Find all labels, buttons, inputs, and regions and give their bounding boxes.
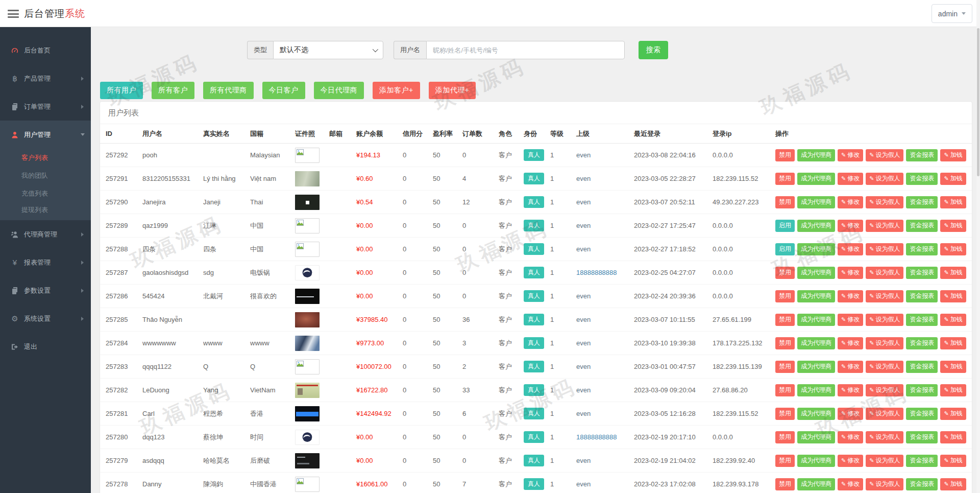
edit-button[interactable]: ✎修改: [838, 408, 863, 420]
add-money-button[interactable]: ✎加钱: [940, 149, 966, 161]
sidebar-item-products[interactable]: ฿ 产品管理: [0, 64, 91, 92]
funds-report-button[interactable]: 资金报表: [906, 431, 938, 443]
disable-button[interactable]: 禁用: [775, 314, 795, 326]
edit-button[interactable]: ✎修改: [838, 361, 863, 373]
become-agent-button[interactable]: 成为代理商: [797, 314, 835, 326]
edit-button[interactable]: ✎修改: [838, 267, 863, 279]
funds-report-button[interactable]: 资金报表: [906, 314, 938, 326]
add-money-button[interactable]: ✎加钱: [940, 408, 966, 420]
add-money-button[interactable]: ✎加钱: [940, 455, 966, 467]
set-fake-button[interactable]: ✎设为假人: [866, 431, 903, 443]
photo-id-card[interactable]: [295, 383, 320, 398]
sidebar-subitem-recharge-list[interactable]: 充值列表: [0, 184, 91, 202]
add-agent-button[interactable]: 添加代理+: [429, 82, 476, 99]
become-agent-button[interactable]: 成为代理商: [797, 408, 835, 420]
funds-report-button[interactable]: 资金报表: [906, 243, 938, 255]
cell-parent[interactable]: even: [576, 363, 634, 370]
sidebar-item-dashboard[interactable]: 后台首页: [0, 36, 91, 64]
cell-parent[interactable]: even: [576, 222, 634, 229]
all-users-button[interactable]: 所有用户: [100, 82, 143, 99]
set-fake-button[interactable]: ✎设为假人: [866, 173, 903, 185]
funds-report-button[interactable]: 资金报表: [906, 408, 938, 420]
funds-report-button[interactable]: 资金报表: [906, 455, 938, 467]
cell-parent[interactable]: even: [576, 410, 634, 417]
set-fake-button[interactable]: ✎设为假人: [866, 243, 903, 255]
add-money-button[interactable]: ✎加钱: [940, 361, 966, 373]
cell-parent[interactable]: even: [576, 339, 634, 347]
photo-qr-dark[interactable]: [295, 195, 320, 210]
set-fake-button[interactable]: ✎设为假人: [866, 408, 903, 420]
all-agents-button[interactable]: 所有代理商: [203, 82, 254, 99]
add-money-button[interactable]: ✎加钱: [940, 173, 966, 185]
become-agent-button[interactable]: 成为代理商: [797, 196, 835, 208]
funds-report-button[interactable]: 资金报表: [906, 361, 938, 373]
funds-report-button[interactable]: 资金报表: [906, 478, 938, 490]
photo-dark-strip[interactable]: [295, 289, 320, 304]
broken-image[interactable]: [295, 477, 320, 492]
set-fake-button[interactable]: ✎设为假人: [866, 337, 903, 349]
broken-image[interactable]: [295, 148, 320, 163]
disable-button[interactable]: 禁用: [775, 408, 795, 420]
cell-parent[interactable]: even: [576, 457, 634, 464]
disable-button[interactable]: 禁用: [775, 478, 795, 490]
disable-button[interactable]: 禁用: [775, 149, 795, 161]
funds-report-button[interactable]: 资金报表: [906, 173, 938, 185]
sidebar-item-users[interactable]: 用户管理: [0, 121, 91, 149]
become-agent-button[interactable]: 成为代理商: [797, 149, 835, 161]
sidebar-item-system-settings[interactable]: ⚙ 系统设置: [0, 304, 91, 333]
disable-button[interactable]: 禁用: [775, 455, 795, 467]
add-money-button[interactable]: ✎加钱: [940, 220, 966, 232]
scrollbar[interactable]: [976, 0, 980, 493]
edit-button[interactable]: ✎修改: [838, 243, 863, 255]
become-agent-button[interactable]: 成为代理商: [797, 455, 835, 467]
funds-report-button[interactable]: 资金报表: [906, 220, 938, 232]
add-money-button[interactable]: ✎加钱: [940, 478, 966, 490]
funds-report-button[interactable]: 资金报表: [906, 290, 938, 302]
admin-dropdown[interactable]: admin: [932, 4, 972, 23]
become-agent-button[interactable]: 成为代理商: [797, 337, 835, 349]
today-agents-button[interactable]: 今日代理商: [314, 82, 364, 99]
cell-parent[interactable]: 18888888888: [576, 269, 634, 276]
photo-red-blur[interactable]: [295, 312, 320, 327]
disable-button[interactable]: 禁用: [775, 267, 795, 279]
edit-button[interactable]: ✎修改: [838, 196, 863, 208]
type-select[interactable]: 默认不选: [273, 41, 383, 59]
cell-parent[interactable]: even: [576, 198, 634, 206]
set-fake-button[interactable]: ✎设为假人: [866, 314, 903, 326]
cell-parent[interactable]: even: [576, 292, 634, 300]
disable-button[interactable]: 禁用: [775, 361, 795, 373]
set-fake-button[interactable]: ✎设为假人: [866, 267, 903, 279]
sidebar-subitem-customer-list[interactable]: 客户列表: [0, 149, 91, 167]
funds-report-button[interactable]: 资金报表: [906, 337, 938, 349]
become-agent-button[interactable]: 成为代理商: [797, 361, 835, 373]
photo-blue-blur[interactable]: [295, 336, 320, 351]
add-money-button[interactable]: ✎加钱: [940, 196, 966, 208]
become-agent-button[interactable]: 成为代理商: [797, 173, 835, 185]
edit-button[interactable]: ✎修改: [838, 384, 863, 396]
sidebar-subitem-withdraw-list[interactable]: 提现列表: [0, 202, 91, 220]
all-customers-button[interactable]: 所有客户: [152, 82, 194, 99]
cell-parent[interactable]: even: [576, 480, 634, 488]
add-money-button[interactable]: ✎加钱: [940, 384, 966, 396]
cell-parent[interactable]: 18888888888: [576, 433, 634, 441]
cell-parent[interactable]: even: [576, 245, 634, 253]
search-button[interactable]: 搜索: [639, 41, 668, 59]
add-money-button[interactable]: ✎加钱: [940, 337, 966, 349]
sidebar-item-parameters[interactable]: 参数设置: [0, 276, 91, 304]
enable-button[interactable]: 启用: [775, 243, 795, 255]
funds-report-button[interactable]: 资金报表: [906, 149, 938, 161]
username-input[interactable]: [426, 41, 625, 59]
edit-button[interactable]: ✎修改: [838, 337, 863, 349]
edit-button[interactable]: ✎修改: [838, 173, 863, 185]
scrollbar-thumb[interactable]: [977, 28, 979, 176]
sidebar-subitem-my-team[interactable]: 我的团队: [0, 167, 91, 184]
sidebar-item-logout[interactable]: 退出: [0, 333, 91, 361]
disable-button[interactable]: 禁用: [775, 384, 795, 396]
add-customer-button[interactable]: 添加客户+: [373, 82, 420, 99]
disable-button[interactable]: 禁用: [775, 173, 795, 185]
set-fake-button[interactable]: ✎设为假人: [866, 149, 903, 161]
funds-report-button[interactable]: 资金报表: [906, 196, 938, 208]
edit-button[interactable]: ✎修改: [838, 431, 863, 443]
add-money-button[interactable]: ✎加钱: [940, 314, 966, 326]
set-fake-button[interactable]: ✎设为假人: [866, 478, 903, 490]
